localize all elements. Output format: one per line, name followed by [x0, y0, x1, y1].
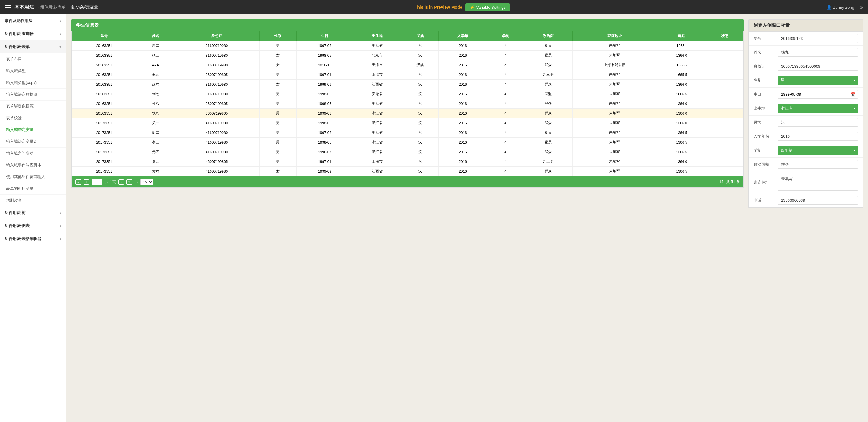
table-row[interactable]: 20163351刘七31600719980男1998-08安徽省汉20164民盟… — [71, 89, 743, 99]
table-row[interactable]: 20163351钱九36007199805男1999-08浙江省汉20164群众… — [71, 109, 743, 118]
field-row-name: 姓名 — [749, 45, 863, 60]
table-row[interactable]: 20173351郑二41600719980男1997-03浙江省汉20164党员… — [71, 128, 743, 138]
table-col-生日[interactable]: 生日 — [296, 31, 353, 41]
sidebar-group-chart[interactable]: 组件用法-图表 › — [0, 220, 66, 232]
sidebar-item-layout[interactable]: 表单布局 — [0, 54, 66, 65]
table-col-姓名[interactable]: 姓名 — [137, 31, 174, 41]
table-row[interactable]: 20173351吴一41600719980男1998-08浙江省汉20164群众… — [71, 118, 743, 128]
data-table: 学号姓名身份证性别生日出生地民族入学年学制政治面家庭地址电话状态 2016335… — [71, 31, 743, 176]
field-input-student_id[interactable] — [778, 34, 858, 43]
page-size-select[interactable]: 15 25 50 — [141, 179, 153, 185]
sidebar-group-query[interactable]: 组件用法-查询器 › — [0, 28, 66, 40]
field-input-name[interactable] — [778, 48, 858, 57]
field-input-ethnicity[interactable] — [778, 118, 858, 127]
sidebar: 事件及动作用法 › 组件用法-查询器 › 组件用法-表单 ▾ 表单布局输入域类型… — [0, 14, 66, 422]
topbar: 基本用法 › 组件用法-表单 › 输入域绑定变量 This is in Prev… — [0, 0, 868, 14]
field-label-political: 政治面貌 — [753, 162, 778, 167]
table-row[interactable]: 20173351泰三41600719980男1998-05浙江省汉20164党员… — [71, 138, 743, 147]
last-page-button[interactable]: » — [126, 179, 132, 185]
table-row[interactable]: 20163351周二31600719980男1997-03浙江省汉20164党员… — [71, 41, 743, 51]
field-textarea-address[interactable]: 未填写 — [778, 174, 858, 191]
next-page-button[interactable]: › — [118, 179, 124, 185]
sidebar-group-events[interactable]: 事件及动作用法 › — [0, 14, 66, 28]
table-row[interactable]: 20163351赵六31600719980女1999-09江西省汉20164群众… — [71, 80, 743, 89]
sidebar-item-input_type[interactable]: 输入域类型 — [0, 65, 66, 77]
table-col-政治面[interactable]: 政治面 — [524, 31, 572, 41]
table-col-入学年[interactable]: 入学年 — [438, 31, 487, 41]
sidebar-item-form_bind_ds[interactable]: 表单绑定数据源 — [0, 100, 66, 112]
table-row[interactable]: 20163351张三31600719980女1998-05北京市汉20164党员… — [71, 51, 743, 60]
table-col-性别[interactable]: 性别 — [260, 31, 297, 41]
table-col-出生地[interactable]: 出生地 — [353, 31, 402, 41]
sidebar-item-form_var[interactable]: 表单的可用变量 — [0, 183, 66, 195]
table-col-学制[interactable]: 学制 — [487, 31, 524, 41]
table-col-状态[interactable]: 状态 — [706, 31, 743, 41]
field-label-address: 家庭住址 — [753, 180, 778, 185]
sidebar-item-input_bind_var2[interactable]: 输入域绑定变量2 — [0, 136, 66, 148]
user-icon: 👤 — [827, 5, 832, 10]
right-panel: 绑定左侧窗口变量 学号姓名身份证性别男▾生日📅出生地浙江省▾民族入学年份学制四年… — [748, 19, 863, 417]
table-col-电话[interactable]: 电话 — [657, 31, 706, 41]
first-page-button[interactable]: « — [75, 179, 81, 185]
sidebar-item-input_bind_var[interactable]: 输入域绑定变量 — [0, 124, 66, 136]
sidebar-item-input_event[interactable]: 输入域事件响应脚本 — [0, 159, 66, 171]
page-number-input[interactable] — [92, 179, 102, 185]
table-row[interactable]: 20163351AAA31600719980女2016-10天津市汉族20164… — [71, 60, 743, 70]
sidebar-form-items: 表单布局输入域类型输入域类型(copy)输入域绑定数据源表单绑定数据源表单校验输… — [0, 54, 66, 206]
field-dropdown-gender[interactable]: 男▾ — [778, 76, 858, 85]
chevron-right-icon-5: › — [60, 237, 61, 240]
field-input-political[interactable] — [778, 160, 858, 169]
user-name: Zenny Zeng — [833, 5, 854, 10]
field-label-id_card: 身份证 — [753, 64, 778, 69]
sidebar-group-grid-editor[interactable]: 组件用法-表格编辑器 › — [0, 232, 66, 246]
table-row[interactable]: 20173351贵五46007199805男1997-01上海市汉20164九三… — [71, 157, 743, 167]
content-area: 学生信息表 学号姓名身份证性别生日出生地民族入学年学制政治面家庭地址电话状态 2… — [66, 14, 868, 422]
field-label-enroll_year: 入学年份 — [753, 134, 778, 139]
sidebar-item-other_win[interactable]: 使用其他组件窗口输入 — [0, 171, 66, 183]
sidebar-item-crud[interactable]: 增删改查 — [0, 195, 66, 206]
settings-icon[interactable]: ⚙ — [859, 4, 863, 10]
field-row-enroll_year: 入学年份 — [749, 130, 863, 143]
table-col-学号[interactable]: 学号 — [71, 31, 137, 41]
field-dropdown-edu_system[interactable]: 四年制▾ — [778, 146, 858, 155]
field-label-phone: 电话 — [753, 198, 778, 203]
table-col-家庭地址[interactable]: 家庭地址 — [572, 31, 657, 41]
table-row[interactable]: 20163351王五36007199805男1997-01上海市汉20164九三… — [71, 70, 743, 80]
sidebar-item-form_validate[interactable]: 表单校验 — [0, 112, 66, 124]
chevron-down-icon: ▾ — [854, 107, 855, 110]
chevron-right-icon: › — [60, 19, 61, 23]
field-input-phone[interactable] — [778, 196, 858, 205]
calendar-icon[interactable]: 📅 — [848, 90, 858, 98]
sidebar-item-input_type_copy[interactable]: 输入域类型(copy) — [0, 77, 66, 89]
sidebar-item-field_link[interactable]: 输入域之间联动 — [0, 148, 66, 159]
chevron-right-icon-3: › — [60, 211, 61, 215]
table-header-row: 学号姓名身份证性别生日出生地民族入学年学制政治面家庭地址电话状态 — [71, 31, 743, 41]
chevron-right-icon-2: › — [60, 32, 61, 36]
prev-page-button[interactable]: ‹ — [84, 179, 89, 185]
table-row[interactable]: 20173351元四41600719980男1996-07浙江省汉20164群众… — [71, 147, 743, 157]
field-row-political: 政治面貌 — [749, 158, 863, 171]
menu-icon[interactable] — [5, 5, 11, 9]
chevron-down-icon: ▾ — [854, 149, 855, 152]
sidebar-group-form[interactable]: 组件用法-表单 ▾ — [0, 40, 66, 54]
table-row[interactable]: 20173351黄六41600719980女1999-09江西省汉20164群众… — [71, 167, 743, 176]
table-panel: 学生信息表 学号姓名身份证性别生日出生地民族入学年学制政治面家庭地址电话状态 2… — [71, 19, 744, 417]
field-dropdown-birthplace[interactable]: 浙江省▾ — [778, 104, 858, 113]
variable-settings-button[interactable]: ⚡ Variable Settings — [465, 3, 510, 11]
field-input-id_card[interactable] — [778, 62, 858, 71]
table-body: 20163351周二31600719980男1997-03浙江省汉20164党员… — [71, 41, 743, 176]
field-row-phone: 电话 — [749, 194, 863, 207]
chevron-down-icon: ▾ — [60, 45, 61, 49]
breadcrumb-current: 输入域绑定变量 — [70, 4, 98, 10]
field-input-enroll_year[interactable] — [778, 132, 858, 141]
table-row[interactable]: 20163351孙八36007199805男1998-06浙江省汉20164群众… — [71, 99, 743, 109]
breadcrumb-item-1[interactable]: 组件用法-表单 — [40, 4, 65, 10]
sidebar-group-tree[interactable]: 组件用法-树 › — [0, 206, 66, 220]
field-row-id_card: 身份证 — [749, 60, 863, 73]
table-col-民族[interactable]: 民族 — [402, 31, 438, 41]
sidebar-item-input_bind_ds[interactable]: 输入域绑定数据源 — [0, 89, 66, 100]
table-col-身份证[interactable]: 身份证 — [174, 31, 259, 41]
page-range-label: 1 - 15 共 51 条 — [714, 179, 740, 185]
chevron-right-icon-4: › — [60, 224, 61, 228]
field-date-birthday[interactable] — [778, 90, 848, 98]
